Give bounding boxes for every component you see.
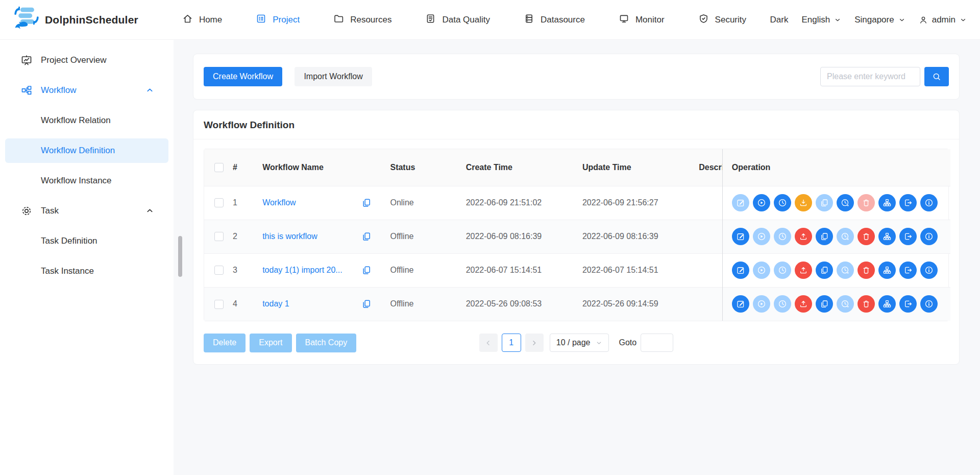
copy-name-icon[interactable]: [361, 231, 372, 242]
version-info-button[interactable]: [920, 228, 938, 245]
search-input[interactable]: [820, 67, 920, 86]
page-number-button[interactable]: 1: [502, 334, 521, 352]
col-status: Status: [390, 149, 465, 186]
nav-item-monitor[interactable]: Monitor: [619, 13, 665, 27]
export-button[interactable]: [899, 194, 917, 211]
copy-name-icon[interactable]: [361, 265, 372, 275]
copy-button[interactable]: [816, 194, 833, 211]
edit-button[interactable]: [732, 295, 749, 313]
language-dropdown[interactable]: English: [801, 15, 841, 25]
tree-view-icon: [883, 266, 892, 275]
nav-item-datasource[interactable]: Datasource: [524, 13, 585, 27]
edit-button[interactable]: [732, 228, 749, 245]
timing-button[interactable]: [774, 262, 791, 279]
chevron-down-icon: [960, 16, 967, 23]
cron-manage-button[interactable]: [837, 262, 854, 279]
online-button[interactable]: [795, 228, 812, 245]
edit-button[interactable]: [732, 262, 749, 279]
offline-button[interactable]: [795, 194, 812, 211]
timing-button[interactable]: [774, 194, 791, 211]
copy-button[interactable]: [816, 262, 833, 279]
cron-manage-button[interactable]: [837, 228, 854, 245]
create-workflow-button[interactable]: Create Workflow: [204, 67, 282, 86]
timezone-label: Singapore: [854, 15, 894, 25]
row-checkbox[interactable]: [214, 300, 224, 309]
tree-view-button[interactable]: [878, 194, 896, 211]
online-button[interactable]: [795, 295, 812, 313]
run-button[interactable]: [753, 228, 770, 245]
run-button[interactable]: [753, 194, 770, 211]
scrollbar-thumb[interactable]: [178, 236, 182, 277]
delete-button[interactable]: [857, 262, 875, 279]
sidebar-item-label: Task: [41, 206, 59, 216]
nav-item-security[interactable]: Security: [698, 13, 746, 27]
run-button[interactable]: [753, 262, 770, 279]
col-operation: Operation: [722, 149, 950, 186]
row-checkbox[interactable]: [214, 266, 224, 275]
user-dropdown[interactable]: admin: [919, 15, 967, 25]
export-button[interactable]: Export: [250, 334, 291, 352]
sidebar-item-task-instance[interactable]: Task Instance: [5, 259, 168, 283]
delete-icon: [862, 232, 871, 241]
goto-page-input[interactable]: [641, 334, 673, 352]
nav-item-project[interactable]: Project: [256, 13, 300, 27]
prev-page-button[interactable]: [479, 334, 498, 352]
row-checkbox[interactable]: [214, 198, 224, 207]
run-icon: [757, 299, 766, 308]
copy-name-icon[interactable]: [361, 299, 372, 309]
online-button[interactable]: [795, 262, 812, 279]
workflow-name-link[interactable]: today 1(1) import 20...: [262, 266, 342, 275]
version-info-button[interactable]: [920, 295, 938, 313]
theme-toggle[interactable]: Dark: [770, 15, 789, 25]
sidebar-item-task-definition[interactable]: Task Definition: [5, 229, 168, 253]
chevron-right-icon: [530, 339, 538, 347]
page-size-select[interactable]: 10 / page: [550, 334, 609, 352]
next-page-button[interactable]: [525, 334, 544, 352]
timing-icon: [778, 299, 787, 308]
delete-button[interactable]: Delete: [204, 334, 246, 352]
batch-copy-button[interactable]: Batch Copy: [296, 334, 357, 352]
sidebar-item-project-overview[interactable]: Project Overview: [5, 48, 168, 73]
sidebar-item-workflow-instance[interactable]: Workflow Instance: [5, 169, 168, 193]
version-info-button[interactable]: [920, 194, 938, 211]
cron-manage-button[interactable]: [837, 194, 854, 211]
export-button[interactable]: [899, 228, 917, 245]
delete-button[interactable]: [857, 194, 875, 211]
cron-manage-button[interactable]: [837, 295, 854, 313]
tree-view-button[interactable]: [878, 262, 896, 279]
export-button[interactable]: [899, 295, 917, 313]
row-checkbox[interactable]: [214, 232, 224, 241]
delete-button[interactable]: [857, 228, 875, 245]
run-icon: [757, 266, 766, 275]
import-workflow-button[interactable]: Import Workflow: [295, 67, 372, 86]
operation-buttons: [723, 194, 950, 211]
workflow-name-link[interactable]: today 1: [262, 299, 289, 308]
timing-button[interactable]: [774, 295, 791, 313]
brand-logo[interactable]: DolphinScheduler: [13, 6, 138, 34]
tree-view-button[interactable]: [878, 295, 896, 313]
copy-button[interactable]: [816, 295, 833, 313]
sidebar-item-task[interactable]: Task: [5, 199, 168, 223]
nav-item-resources[interactable]: Resources: [333, 13, 391, 27]
copy-name-icon[interactable]: [361, 198, 372, 208]
workflow-name-link[interactable]: this is workflow: [262, 232, 317, 241]
sidebar-item-workflow-definition[interactable]: Workflow Definition: [5, 138, 168, 163]
status-text: Offline: [390, 253, 465, 287]
export-button[interactable]: [899, 262, 917, 279]
sidebar-item-workflow-relation[interactable]: Workflow Relation: [5, 108, 168, 133]
tree-view-button[interactable]: [878, 228, 896, 245]
timing-button[interactable]: [774, 228, 791, 245]
workflow-name-link[interactable]: Workflow: [262, 198, 296, 207]
copy-button[interactable]: [816, 228, 833, 245]
delete-button[interactable]: [857, 295, 875, 313]
run-button[interactable]: [753, 295, 770, 313]
select-all-checkbox[interactable]: [214, 163, 224, 172]
version-info-button[interactable]: [920, 262, 938, 279]
sidebar-item-workflow[interactable]: Workflow: [5, 78, 168, 103]
search-button[interactable]: [924, 67, 949, 86]
nav-item-data-quality[interactable]: Data Quality: [425, 13, 490, 27]
edit-button[interactable]: [732, 194, 749, 211]
nav-item-home[interactable]: Home: [182, 13, 222, 27]
chevron-up-icon: [145, 86, 154, 94]
timezone-dropdown[interactable]: Singapore: [854, 15, 905, 25]
